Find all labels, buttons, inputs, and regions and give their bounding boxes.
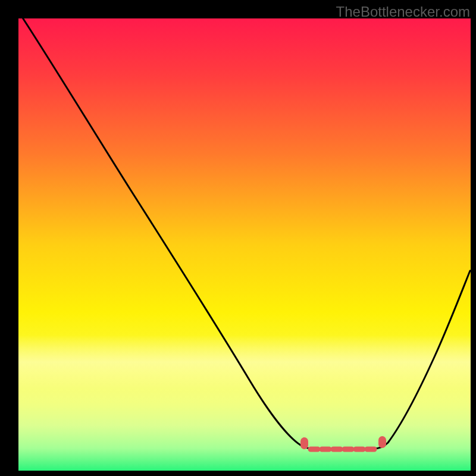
marker-dot-right xyxy=(378,436,386,448)
plot-band-overlay xyxy=(18,18,471,471)
bottleneck-chart xyxy=(0,0,476,476)
watermark-text: TheBottlenecker.com xyxy=(336,4,470,20)
marker-dot-left xyxy=(300,437,308,449)
chart-container: TheBottlenecker.com xyxy=(0,0,476,476)
